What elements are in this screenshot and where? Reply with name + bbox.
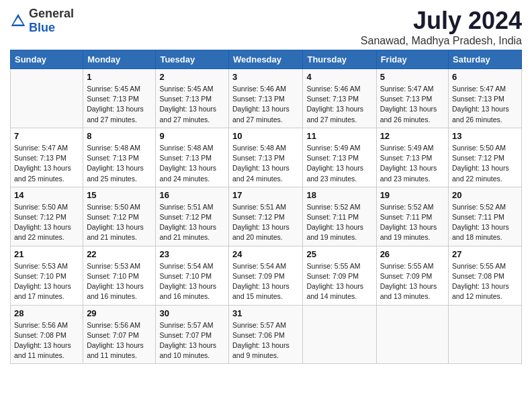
calendar-cell: 11Sunrise: 5:49 AM Sunset: 7:13 PM Dayli… xyxy=(303,128,376,187)
calendar-cell: 17Sunrise: 5:51 AM Sunset: 7:12 PM Dayli… xyxy=(229,187,303,246)
day-number: 30 xyxy=(159,308,225,318)
cell-info: Sunrise: 5:51 AM Sunset: 7:12 PM Dayligh… xyxy=(232,202,299,243)
calendar-cell: 31Sunrise: 5:57 AM Sunset: 7:06 PM Dayli… xyxy=(229,305,303,364)
calendar-cell: 3Sunrise: 5:46 AM Sunset: 7:13 PM Daylig… xyxy=(229,69,303,128)
calendar-cell: 24Sunrise: 5:54 AM Sunset: 7:09 PM Dayli… xyxy=(229,246,303,305)
subtitle: Sanawad, Madhya Pradesh, India xyxy=(361,35,522,47)
logo-blue: Blue xyxy=(29,21,55,34)
day-number: 15 xyxy=(87,190,152,200)
day-number: 20 xyxy=(452,190,518,200)
column-header-monday: Monday xyxy=(83,50,156,69)
calendar-cell: 27Sunrise: 5:55 AM Sunset: 7:08 PM Dayli… xyxy=(449,246,522,305)
calendar-cell: 9Sunrise: 5:48 AM Sunset: 7:13 PM Daylig… xyxy=(156,128,229,187)
cell-info: Sunrise: 5:48 AM Sunset: 7:13 PM Dayligh… xyxy=(232,143,299,184)
day-number: 19 xyxy=(380,190,445,200)
calendar-cell: 23Sunrise: 5:54 AM Sunset: 7:10 PM Dayli… xyxy=(156,246,229,305)
calendar-cell: 5Sunrise: 5:47 AM Sunset: 7:13 PM Daylig… xyxy=(376,69,448,128)
cell-info: Sunrise: 5:47 AM Sunset: 7:13 PM Dayligh… xyxy=(14,143,79,184)
calendar-cell: 2Sunrise: 5:45 AM Sunset: 7:13 PM Daylig… xyxy=(156,69,229,128)
column-header-sunday: Sunday xyxy=(11,50,83,69)
calendar-cell: 18Sunrise: 5:52 AM Sunset: 7:11 PM Dayli… xyxy=(303,187,376,246)
logo-icon xyxy=(10,13,26,29)
calendar-week-1: 1Sunrise: 5:45 AM Sunset: 7:13 PM Daylig… xyxy=(11,69,522,128)
cell-info: Sunrise: 5:55 AM Sunset: 7:09 PM Dayligh… xyxy=(380,261,445,302)
calendar-cell: 25Sunrise: 5:55 AM Sunset: 7:09 PM Dayli… xyxy=(303,246,376,305)
day-number: 29 xyxy=(87,308,152,318)
cell-info: Sunrise: 5:57 AM Sunset: 7:06 PM Dayligh… xyxy=(232,320,299,361)
day-number: 10 xyxy=(232,131,299,141)
calendar-cell: 28Sunrise: 5:56 AM Sunset: 7:08 PM Dayli… xyxy=(11,305,83,364)
calendar-cell: 20Sunrise: 5:52 AM Sunset: 7:11 PM Dayli… xyxy=(449,187,522,246)
header-section: General Blue July 2024 Sanawad, Madhya P… xyxy=(10,7,522,47)
day-number: 1 xyxy=(87,72,152,82)
cell-info: Sunrise: 5:56 AM Sunset: 7:08 PM Dayligh… xyxy=(14,320,79,361)
calendar-cell: 1Sunrise: 5:45 AM Sunset: 7:13 PM Daylig… xyxy=(83,69,156,128)
day-number: 18 xyxy=(306,190,372,200)
calendar-cell: 26Sunrise: 5:55 AM Sunset: 7:09 PM Dayli… xyxy=(376,246,448,305)
cell-info: Sunrise: 5:57 AM Sunset: 7:07 PM Dayligh… xyxy=(159,320,225,361)
title-section: July 2024 Sanawad, Madhya Pradesh, India xyxy=(361,7,522,47)
cell-info: Sunrise: 5:48 AM Sunset: 7:13 PM Dayligh… xyxy=(87,143,152,184)
calendar-cell xyxy=(11,69,83,128)
cell-info: Sunrise: 5:49 AM Sunset: 7:13 PM Dayligh… xyxy=(306,143,372,184)
cell-info: Sunrise: 5:52 AM Sunset: 7:11 PM Dayligh… xyxy=(380,202,445,243)
day-number: 9 xyxy=(159,131,225,141)
calendar-week-3: 14Sunrise: 5:50 AM Sunset: 7:12 PM Dayli… xyxy=(11,187,522,246)
day-number: 16 xyxy=(159,190,225,200)
cell-info: Sunrise: 5:51 AM Sunset: 7:12 PM Dayligh… xyxy=(159,202,225,243)
cell-info: Sunrise: 5:55 AM Sunset: 7:08 PM Dayligh… xyxy=(452,261,518,302)
logo-general: General xyxy=(29,7,74,20)
day-number: 11 xyxy=(306,131,372,141)
calendar-cell: 16Sunrise: 5:51 AM Sunset: 7:12 PM Dayli… xyxy=(156,187,229,246)
calendar-cell: 19Sunrise: 5:52 AM Sunset: 7:11 PM Dayli… xyxy=(376,187,448,246)
calendar-cell: 10Sunrise: 5:48 AM Sunset: 7:13 PM Dayli… xyxy=(229,128,303,187)
cell-info: Sunrise: 5:56 AM Sunset: 7:07 PM Dayligh… xyxy=(87,320,152,361)
day-number: 7 xyxy=(14,131,79,141)
day-number: 14 xyxy=(14,190,79,200)
calendar-week-5: 28Sunrise: 5:56 AM Sunset: 7:08 PM Dayli… xyxy=(11,305,522,364)
calendar-cell: 13Sunrise: 5:50 AM Sunset: 7:12 PM Dayli… xyxy=(449,128,522,187)
calendar-cell: 4Sunrise: 5:46 AM Sunset: 7:13 PM Daylig… xyxy=(303,69,376,128)
day-number: 13 xyxy=(452,131,518,141)
calendar-cell xyxy=(376,305,448,364)
calendar-cell: 6Sunrise: 5:47 AM Sunset: 7:13 PM Daylig… xyxy=(449,69,522,128)
calendar-cell: 15Sunrise: 5:50 AM Sunset: 7:12 PM Dayli… xyxy=(83,187,156,246)
day-number: 22 xyxy=(87,249,152,259)
calendar-week-2: 7Sunrise: 5:47 AM Sunset: 7:13 PM Daylig… xyxy=(11,128,522,187)
calendar-table: SundayMondayTuesdayWednesdayThursdayFrid… xyxy=(10,50,522,364)
day-number: 24 xyxy=(232,249,299,259)
cell-info: Sunrise: 5:53 AM Sunset: 7:10 PM Dayligh… xyxy=(87,261,152,302)
cell-info: Sunrise: 5:45 AM Sunset: 7:13 PM Dayligh… xyxy=(159,84,225,125)
calendar-cell: 22Sunrise: 5:53 AM Sunset: 7:10 PM Dayli… xyxy=(83,246,156,305)
cell-info: Sunrise: 5:50 AM Sunset: 7:12 PM Dayligh… xyxy=(14,202,79,243)
day-number: 31 xyxy=(232,308,299,318)
calendar-cell: 12Sunrise: 5:49 AM Sunset: 7:13 PM Dayli… xyxy=(376,128,448,187)
day-number: 8 xyxy=(87,131,152,141)
column-header-saturday: Saturday xyxy=(449,50,522,69)
calendar-header-row: SundayMondayTuesdayWednesdayThursdayFrid… xyxy=(11,50,522,69)
cell-info: Sunrise: 5:45 AM Sunset: 7:13 PM Dayligh… xyxy=(87,84,152,125)
day-number: 26 xyxy=(380,249,445,259)
cell-info: Sunrise: 5:50 AM Sunset: 7:12 PM Dayligh… xyxy=(87,202,152,243)
day-number: 5 xyxy=(380,72,445,82)
calendar-cell: 30Sunrise: 5:57 AM Sunset: 7:07 PM Dayli… xyxy=(156,305,229,364)
day-number: 2 xyxy=(159,72,225,82)
calendar-cell: 7Sunrise: 5:47 AM Sunset: 7:13 PM Daylig… xyxy=(11,128,83,187)
day-number: 17 xyxy=(232,190,299,200)
day-number: 3 xyxy=(232,72,299,82)
cell-info: Sunrise: 5:50 AM Sunset: 7:12 PM Dayligh… xyxy=(452,143,518,184)
column-header-friday: Friday xyxy=(376,50,448,69)
cell-info: Sunrise: 5:46 AM Sunset: 7:13 PM Dayligh… xyxy=(306,84,372,125)
cell-info: Sunrise: 5:54 AM Sunset: 7:10 PM Dayligh… xyxy=(159,261,225,302)
day-number: 4 xyxy=(306,72,372,82)
logo: General Blue xyxy=(10,7,74,35)
day-number: 25 xyxy=(306,249,372,259)
cell-info: Sunrise: 5:55 AM Sunset: 7:09 PM Dayligh… xyxy=(306,261,372,302)
cell-info: Sunrise: 5:54 AM Sunset: 7:09 PM Dayligh… xyxy=(232,261,299,302)
day-number: 28 xyxy=(14,308,79,318)
calendar-cell: 14Sunrise: 5:50 AM Sunset: 7:12 PM Dayli… xyxy=(11,187,83,246)
main-title: July 2024 xyxy=(361,7,522,35)
cell-info: Sunrise: 5:52 AM Sunset: 7:11 PM Dayligh… xyxy=(306,202,372,243)
calendar-cell: 29Sunrise: 5:56 AM Sunset: 7:07 PM Dayli… xyxy=(83,305,156,364)
column-header-wednesday: Wednesday xyxy=(229,50,303,69)
